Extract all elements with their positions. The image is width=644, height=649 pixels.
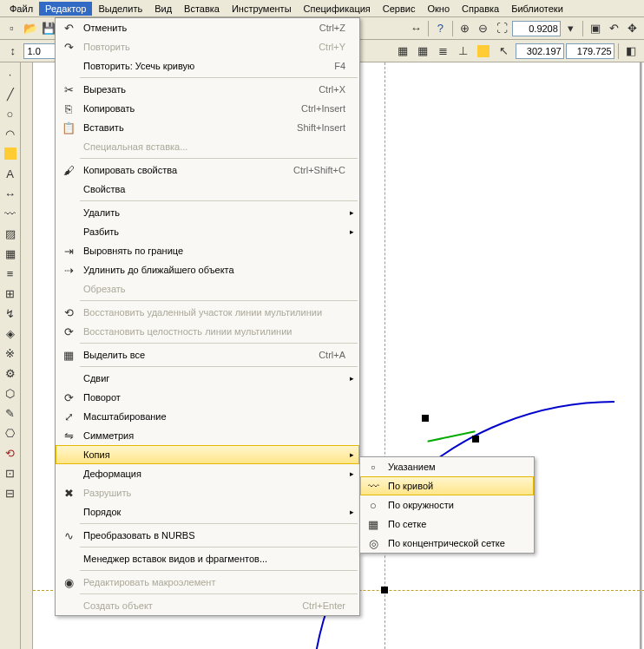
tool-text-icon[interactable]: A — [1, 164, 20, 183]
zoom-scale-input[interactable] — [512, 21, 561, 36]
handle-1[interactable] — [422, 415, 429, 422]
editor-menu-item-21[interactable]: ▦Выделить всеCtrl+A — [56, 345, 359, 364]
menu-editor[interactable]: Редактор — [39, 2, 92, 16]
zoom-in-icon[interactable]: ⊕ — [457, 19, 473, 38]
editor-menu-item-23[interactable]: Сдвиг▸ — [56, 369, 359, 388]
menu-help[interactable]: Справка — [456, 2, 505, 16]
tool-circle-icon[interactable]: ○ — [1, 104, 20, 123]
zoom-dropdown-icon[interactable]: ▾ — [562, 19, 579, 38]
copy-submenu-item-2[interactable]: ○По окружности — [360, 495, 534, 515]
editor-menu-item-0[interactable]: ↶ОтменитьCtrl+Z — [56, 18, 359, 37]
editor-menu-item-14[interactable]: ⇥Выровнять по границе — [56, 241, 359, 260]
editor-menu-item-5[interactable]: ⎘КопироватьCtrl+Insert — [56, 99, 359, 118]
editor-menu-item-28[interactable]: Деформация▸ — [56, 464, 359, 483]
menu-label: Менеджер вставок видов и фрагментов... — [83, 554, 356, 564]
submenu-arrow-icon: ▸ — [347, 450, 356, 459]
menu-label: Масштабирование — [83, 411, 356, 422]
menu-label: Редактировать макроэлемент — [83, 577, 356, 587]
copy-submenu-item-1[interactable]: 〰По кривой — [360, 476, 534, 495]
menu-insert[interactable]: Вставка — [178, 2, 226, 16]
tool-l-icon[interactable]: ⊟ — [1, 483, 20, 502]
zoom-prev-icon[interactable]: ↶ — [605, 19, 621, 38]
editor-menu-item-12[interactable]: Удалить▸ — [56, 203, 359, 222]
zoom-sel-icon[interactable]: ▣ — [587, 19, 603, 38]
ruler-spacer — [21, 62, 33, 649]
zoom-out-icon[interactable]: ⊖ — [475, 19, 491, 38]
editor-menu-item-13[interactable]: Разбить▸ — [56, 222, 359, 241]
extra-icon[interactable]: ◧ — [622, 42, 641, 61]
editor-menu-item-27[interactable]: Копия▸ — [56, 445, 359, 464]
help-icon[interactable]: ? — [432, 19, 449, 38]
menu-shortcut: Ctrl+Enter — [302, 600, 356, 611]
tool-e-icon[interactable]: ※ — [1, 344, 20, 363]
measure-icon[interactable]: ↔ — [408, 19, 424, 38]
s4-icon: ▦ — [364, 516, 383, 532]
tool-k-icon[interactable]: ⊡ — [1, 463, 20, 482]
tool-table-icon[interactable]: ▦ — [1, 244, 20, 263]
grid-toggle-icon[interactable]: ▦ — [393, 42, 411, 61]
menu-window[interactable]: Окно — [421, 2, 456, 16]
coord-y-input[interactable] — [566, 43, 614, 59]
copy-submenu-item-3[interactable]: ▦По сетке — [360, 515, 534, 534]
menu-label: По сетке — [388, 519, 530, 529]
editor-menu-item-30[interactable]: Порядок▸ — [56, 502, 359, 521]
open-icon[interactable]: 📂 — [22, 19, 38, 38]
tool-f-icon[interactable]: ⚙ — [1, 364, 20, 383]
menu-select[interactable]: Выделить — [92, 2, 148, 16]
handle-2[interactable] — [472, 436, 479, 442]
copy-submenu-item-0[interactable]: ▫Указанием — [360, 457, 534, 476]
editor-menu-item-25[interactable]: ⤢Масштабирование — [56, 407, 359, 426]
grid2-icon[interactable]: ▦ — [413, 42, 431, 61]
editor-menu-item-10[interactable]: Свойства — [56, 180, 359, 199]
tool-arc-icon[interactable]: ◠ — [1, 124, 20, 143]
editor-menu-item-24[interactable]: ⟳Поворот — [56, 388, 359, 407]
blank-icon — [59, 598, 78, 613]
mirror-icon: ⇋ — [59, 428, 78, 443]
editor-menu-item-15[interactable]: ⇢Удлинить до ближайшего объекта — [56, 260, 359, 279]
tool-h-icon[interactable]: ✎ — [1, 403, 20, 423]
handle-center[interactable] — [381, 587, 388, 593]
new-icon[interactable]: ▫ — [3, 19, 20, 38]
tool-i-icon[interactable]: ⎔ — [1, 423, 20, 442]
tool-j-icon[interactable]: ⟲ — [1, 443, 20, 462]
break-icon: ✖ — [59, 485, 78, 501]
tool-dim-icon[interactable]: ↔ — [1, 184, 20, 203]
menu-service[interactable]: Сервис — [377, 2, 422, 16]
editor-menu-item-2[interactable]: Повторить: Усечь кривуюF4 — [56, 56, 359, 75]
editor-menu-item-34[interactable]: Менеджер вставок видов и фрагментов... — [56, 549, 359, 568]
tool-point-icon[interactable]: · — [1, 64, 20, 83]
coord-mode-icon[interactable]: ↖ — [495, 42, 513, 61]
editor-dropdown: ↶ОтменитьCtrl+Z↷ПовторитьCtrl+YПовторить… — [55, 17, 360, 616]
menu-label: Указанием — [388, 462, 530, 472]
coord-x-input[interactable] — [516, 43, 564, 59]
menu-label: Удлинить до ближайшего объекта — [83, 265, 356, 275]
tool-d-icon[interactable]: ◈ — [1, 324, 20, 343]
zoom-fit-icon[interactable]: ⛶ — [494, 19, 510, 38]
menu-libraries[interactable]: Библиотеки — [505, 2, 569, 16]
tool-spline-icon[interactable]: 〰 — [1, 204, 20, 223]
pan-icon[interactable]: ✥ — [624, 19, 641, 38]
layers-icon[interactable]: ≣ — [434, 42, 452, 61]
tool-c-icon[interactable]: ↯ — [1, 304, 20, 323]
tool-line-icon[interactable]: ╱ — [1, 84, 20, 103]
copy-submenu-item-4[interactable]: ◎По концентрической сетке — [360, 534, 534, 553]
snap2-icon[interactable] — [475, 42, 493, 61]
menu-tools[interactable]: Инструменты — [226, 2, 298, 16]
menu-label: Специальная вставка... — [83, 141, 356, 152]
menu-view[interactable]: Вид — [148, 2, 178, 16]
ortho-icon[interactable]: ⊥ — [454, 42, 472, 61]
editor-menu-item-6[interactable]: 📋ВставитьShift+Insert — [56, 118, 359, 137]
tool-g-icon[interactable]: ⬡ — [1, 384, 20, 403]
tool-b-icon[interactable]: ⊞ — [1, 284, 20, 303]
menu-spec[interactable]: Спецификация — [298, 2, 377, 16]
tool-hatch-icon[interactable]: ▨ — [1, 224, 20, 243]
menu-file[interactable]: Файл — [3, 2, 39, 16]
editor-menu-item-32[interactable]: ∿Преобразовать в NURBS — [56, 526, 359, 545]
tool-a-icon[interactable]: ≡ — [1, 264, 20, 283]
snap-icon[interactable]: ↕ — [3, 42, 22, 61]
tool-rect-icon[interactable] — [1, 144, 20, 163]
editor-menu-item-26[interactable]: ⇋Симметрия — [56, 426, 359, 445]
blank-icon — [59, 551, 78, 567]
editor-menu-item-4[interactable]: ✂ВырезатьCtrl+X — [56, 80, 359, 99]
editor-menu-item-9[interactable]: 🖌Копировать свойстваCtrl+Shift+C — [56, 161, 359, 180]
